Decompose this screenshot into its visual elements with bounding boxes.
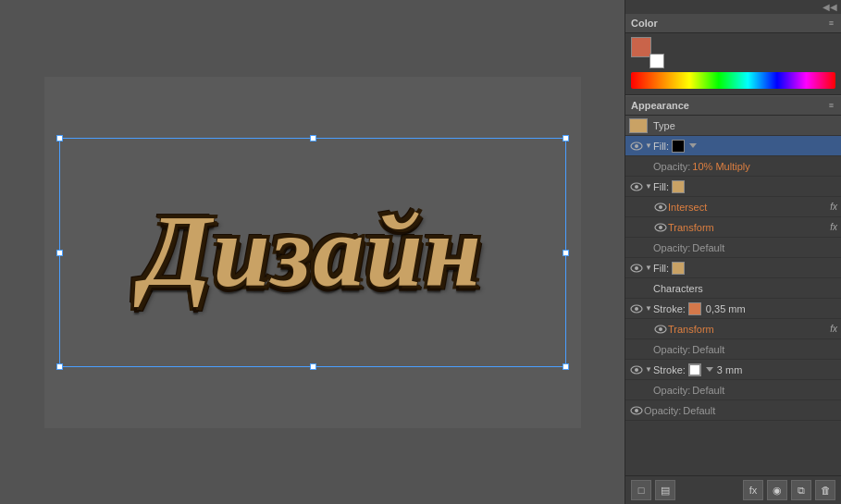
- fx-label-3: fx: [830, 324, 837, 334]
- color-swatches: [625, 33, 841, 70]
- handle-bl[interactable]: [56, 363, 63, 370]
- triangle-5[interactable]: ▼: [644, 365, 653, 375]
- transform-row-2[interactable]: Transform fx: [625, 319, 841, 339]
- triangle-1[interactable]: ▼: [644, 141, 653, 151]
- type-color-swatch: [629, 118, 648, 133]
- characters-label: Characters: [653, 283, 703, 294]
- handle-br[interactable]: [563, 363, 569, 370]
- svg-point-1: [635, 144, 638, 148]
- triangle-2[interactable]: ▼: [644, 182, 653, 191]
- top-icons-row: ◀◀: [625, 0, 841, 14]
- opacity-label-2: Opacity:: [653, 242, 690, 253]
- fx-label-1: fx: [830, 202, 837, 212]
- stroke-row-2[interactable]: ▼ Stroke: 3 mm: [625, 360, 841, 380]
- handle-bm[interactable]: [310, 363, 316, 370]
- opacity-default-val-4: Default: [683, 405, 715, 416]
- fill-row-1[interactable]: ▼ Fill:: [625, 136, 841, 156]
- eye-icon-1[interactable]: [629, 139, 644, 154]
- opacity-default-row-1: Opacity: Default: [625, 238, 841, 258]
- opacity-value-1[interactable]: 10% Multiply: [692, 161, 749, 172]
- opacity-default-val-3: Default: [692, 385, 724, 396]
- svg-point-11: [635, 307, 638, 311]
- stroke-row-1[interactable]: ▼ Stroke: 0,35 mm: [625, 299, 841, 319]
- opacity-default-row-2: Opacity: Default: [625, 339, 841, 360]
- triangle-3[interactable]: ▼: [644, 264, 653, 273]
- fill-label-3: Fill:: [653, 263, 669, 274]
- eye-icon-6[interactable]: [629, 301, 644, 316]
- stroke-label-2: Stroke:: [653, 364, 686, 375]
- stroke-value-2: 3 mm: [717, 364, 743, 375]
- eye-icon-2[interactable]: [629, 179, 644, 194]
- handle-mr[interactable]: [563, 250, 569, 256]
- opacity-label-5: Opacity:: [644, 405, 681, 416]
- background-swatch[interactable]: [649, 54, 664, 68]
- fill-swatch-tan-2[interactable]: [672, 262, 685, 275]
- svg-point-5: [659, 205, 662, 209]
- transform-label-1: Transform: [668, 222, 714, 233]
- fill-swatch-tan[interactable]: [672, 180, 685, 193]
- design-text[interactable]: Дизайн: [142, 193, 482, 311]
- fill-label-2: Fill:: [653, 181, 669, 192]
- opacity-row-1: Opacity: 10% Multiply: [625, 156, 841, 177]
- type-label: Type: [653, 120, 675, 131]
- appearance-title: Appearance: [631, 100, 689, 111]
- foreground-swatch[interactable]: [631, 37, 651, 57]
- svg-point-3: [635, 185, 638, 189]
- hide-button[interactable]: ◉: [767, 480, 787, 500]
- stroke-label-1: Stroke:: [653, 303, 686, 314]
- layer-button[interactable]: ▤: [655, 480, 675, 500]
- eye-icon-7[interactable]: [653, 322, 668, 337]
- right-panel: ◀◀ Color ≡ Appearance ≡ Type: [625, 0, 841, 504]
- color-menu-icon[interactable]: ≡: [827, 18, 835, 29]
- svg-point-9: [635, 266, 638, 270]
- color-gradient-bar[interactable]: [631, 72, 835, 89]
- svg-point-7: [659, 226, 662, 229]
- opacity-default-row-3: Opacity: Default: [625, 380, 841, 400]
- appearance-panel-header[interactable]: Appearance ≡: [625, 95, 841, 116]
- eye-icon-5[interactable]: [629, 261, 644, 276]
- appearance-menu-icon[interactable]: ≡: [827, 100, 835, 111]
- transform-row-1[interactable]: Transform fx: [625, 217, 841, 238]
- eye-icon-4[interactable]: [653, 220, 668, 235]
- stroke-swatch-white[interactable]: [688, 363, 701, 376]
- color-header-left: Color: [631, 18, 658, 29]
- fill-swatch-arrow-1[interactable]: [689, 143, 697, 148]
- artboard: Дизайн: [44, 77, 581, 428]
- eye-icon-3[interactable]: [653, 200, 668, 215]
- fx-button[interactable]: fx: [743, 480, 763, 500]
- color-panel-header[interactable]: Color ≡: [625, 14, 841, 33]
- type-row: Type: [625, 116, 841, 136]
- intersect-row[interactable]: Intersect fx: [625, 197, 841, 217]
- new-item-button[interactable]: □: [631, 480, 651, 500]
- handle-ml[interactable]: [56, 250, 63, 256]
- bottom-toolbar: □ ▤ fx ◉ ⧉ 🗑: [625, 475, 841, 504]
- fx-label-2: fx: [830, 222, 837, 232]
- opacity-default-row-4: Opacity: Default: [625, 400, 841, 421]
- svg-point-15: [635, 368, 638, 372]
- svg-point-13: [659, 327, 662, 331]
- delete-button[interactable]: 🗑: [815, 480, 835, 500]
- fill-row-3[interactable]: ▼ Fill:: [625, 258, 841, 278]
- collapse-icon[interactable]: ◀◀: [822, 2, 837, 12]
- handle-tl[interactable]: [56, 135, 63, 141]
- color-panel-title: Color: [631, 18, 658, 29]
- fill-swatch-black[interactable]: [672, 140, 685, 153]
- stroke-swatch-orange[interactable]: [688, 302, 701, 315]
- canvas-area: Дизайн: [0, 0, 625, 504]
- color-panel-icons: ≡: [827, 18, 835, 29]
- fill-label-1: Fill:: [653, 141, 669, 152]
- eye-icon-9[interactable]: [629, 403, 644, 418]
- appearance-section: Appearance ≡ Type ▼ Fill: Opacity: 10% M…: [625, 95, 841, 475]
- handle-tm[interactable]: [310, 135, 316, 141]
- opacity-label-3: Opacity:: [653, 344, 690, 355]
- opacity-default-val-1: Default: [692, 242, 724, 253]
- stroke-swatch-arrow[interactable]: [706, 367, 713, 372]
- eye-icon-8[interactable]: [629, 363, 644, 377]
- copy-button[interactable]: ⧉: [791, 480, 811, 500]
- triangle-4[interactable]: ▼: [644, 304, 653, 313]
- stroke-value-1: 0,35 mm: [706, 303, 746, 314]
- fill-row-2[interactable]: ▼ Fill:: [625, 177, 841, 197]
- opacity-label-4: Opacity:: [653, 385, 690, 396]
- opacity-label-1: Opacity:: [653, 161, 690, 172]
- handle-tr[interactable]: [563, 135, 569, 141]
